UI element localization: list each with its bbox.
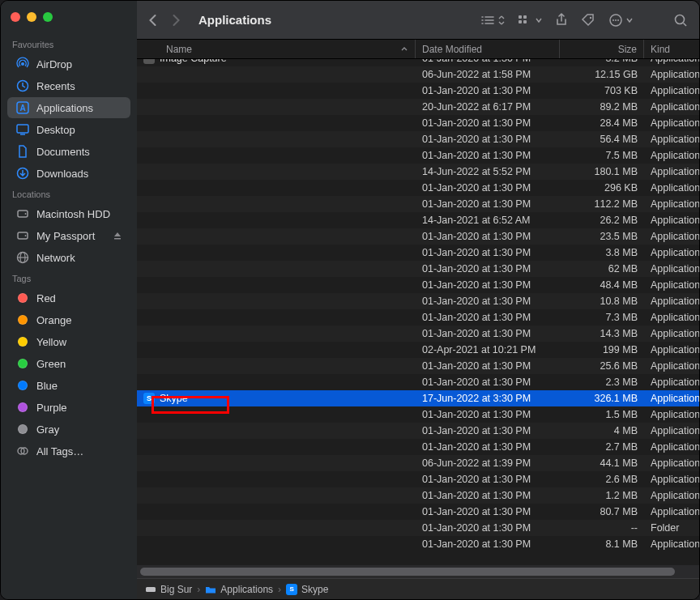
column-header-name[interactable]: Name: [137, 40, 416, 58]
file-row[interactable]: 01-Jan-2020 at 1:30 PM14.3 MBApplication: [137, 326, 699, 342]
sidebar-item-blue[interactable]: Blue: [7, 375, 130, 396]
horizontal-scrollbar[interactable]: [137, 565, 699, 578]
sidebar-item-network[interactable]: Network: [7, 247, 130, 268]
column-header-kind-label: Kind: [651, 44, 670, 55]
sidebar-item-applications[interactable]: AApplications: [7, 97, 130, 118]
file-row[interactable]: 01-Jan-2020 at 1:30 PM10.8 MBApplication: [137, 293, 699, 309]
file-size-cell: 10.8 MB: [560, 293, 644, 309]
file-row[interactable]: 01-Jan-2020 at 1:30 PM7.5 MBApplication: [137, 147, 699, 164]
sidebar-item-all-tags-[interactable]: All Tags…: [7, 440, 130, 462]
file-row[interactable]: 01-Jan-2020 at 1:30 PM62 MBApplication: [137, 261, 699, 277]
sidebar-item-airdrop[interactable]: AirDrop: [7, 53, 130, 74]
file-size-cell: 14.3 MB: [560, 326, 644, 342]
file-name-cell: [137, 293, 416, 309]
file-list[interactable]: Image Capture01-Jan-2020 at 1:30 PM3.2 M…: [137, 59, 699, 565]
file-row[interactable]: 01-Jan-2020 at 1:30 PM2.3 MBApplication: [137, 374, 699, 390]
file-size-cell: 180.1 MB: [560, 164, 644, 180]
file-row[interactable]: 01-Jan-2020 at 1:30 PM7.3 MBApplication: [137, 309, 699, 326]
airdrop-icon: [15, 57, 30, 71]
scrollbar-thumb[interactable]: [140, 568, 675, 576]
column-header-size[interactable]: Size: [560, 40, 644, 58]
view-mode-button[interactable]: [480, 15, 505, 26]
skype-icon: S: [143, 393, 155, 404]
sidebar-item-orange[interactable]: Orange: [7, 309, 130, 330]
path-segment[interactable]: Big Sur: [145, 584, 192, 595]
file-name-cell: [137, 115, 416, 131]
sidebar-item-label: AirDrop: [36, 58, 72, 70]
file-row[interactable]: 01-Jan-2020 at 1:30 PM23.5 MBApplication: [137, 228, 699, 245]
path-separator-icon: ›: [197, 584, 200, 595]
file-kind-cell: Application: [644, 309, 699, 326]
file-kind-cell: Application: [644, 99, 699, 115]
sidebar-item-downloads[interactable]: Downloads: [7, 163, 130, 184]
file-row[interactable]: 01-Jan-2020 at 1:30 PM296 KBApplication: [137, 180, 699, 196]
close-window-button[interactable]: [11, 12, 20, 22]
group-by-button[interactable]: [518, 15, 542, 26]
file-size-cell: 326.1 MB: [560, 390, 644, 406]
file-row[interactable]: 01-Jan-2020 at 1:30 PM4 MBApplication: [137, 423, 699, 439]
file-row[interactable]: 01-Jan-2020 at 1:30 PM2.6 MBApplication: [137, 471, 699, 487]
file-row[interactable]: 01-Jan-2020 at 1:30 PM703 KBApplication: [137, 83, 699, 99]
sidebar-item-yellow[interactable]: Yellow: [7, 331, 130, 352]
sidebar-item-green[interactable]: Green: [7, 353, 130, 374]
file-date-cell: 01-Jan-2020 at 1:30 PM: [416, 536, 560, 552]
sidebar-item-label: Applications: [36, 102, 93, 114]
minimize-window-button[interactable]: [27, 12, 36, 22]
nav-forward-button[interactable]: [172, 14, 181, 27]
file-row[interactable]: 06-Jun-2022 at 1:58 PM12.15 GBApplicatio…: [137, 66, 699, 83]
sidebar-item-purple[interactable]: Purple: [7, 397, 130, 418]
file-size-cell: 7.5 MB: [560, 147, 644, 164]
file-row[interactable]: 01-Jan-2020 at 1:30 PM3.8 MBApplication: [137, 245, 699, 261]
share-button[interactable]: [555, 13, 568, 28]
sidebar-item-label: Desktop: [36, 124, 75, 136]
file-size-cell: 1.5 MB: [560, 406, 644, 423]
file-date-cell: 01-Jan-2020 at 1:30 PM: [416, 374, 560, 390]
nav-back-button[interactable]: [148, 14, 157, 27]
sidebar-item-label: Gray: [36, 423, 59, 436]
file-size-cell: 44.1 MB: [560, 455, 644, 471]
sort-indicator-icon: [400, 45, 408, 53]
sidebar-item-documents[interactable]: Documents: [7, 141, 130, 162]
file-row[interactable]: 01-Jan-2020 at 1:30 PM28.4 MBApplication: [137, 115, 699, 131]
sidebar-item-desktop[interactable]: Desktop: [7, 119, 130, 140]
sidebar-item-red[interactable]: Red: [7, 287, 130, 309]
file-row[interactable]: Image Capture01-Jan-2020 at 1:30 PM3.2 M…: [137, 59, 699, 66]
file-size-cell: 703 KB: [560, 83, 644, 99]
file-row[interactable]: 01-Jan-2020 at 1:30 PM1.2 MBApplication: [137, 487, 699, 504]
file-row[interactable]: 14-Jun-2022 at 5:52 PM180.1 MBApplicatio…: [137, 164, 699, 180]
path-segment-label: Big Sur: [160, 584, 192, 595]
file-row[interactable]: 01-Jan-2020 at 1:30 PM8.1 MBApplication: [137, 536, 699, 552]
file-row[interactable]: SSkype17-Jun-2022 at 3:30 PM326.1 MBAppl…: [137, 390, 699, 406]
file-size-cell: 112.2 MB: [560, 196, 644, 212]
path-segment[interactable]: Applications: [205, 584, 273, 595]
action-menu-button[interactable]: [608, 13, 633, 28]
file-row[interactable]: 20-Jun-2022 at 6:17 PM89.2 MBApplication: [137, 99, 699, 115]
column-header-date[interactable]: Date Modified: [416, 40, 560, 58]
file-row[interactable]: 01-Jan-2020 at 1:30 PM25.6 MBApplication: [137, 358, 699, 374]
file-row[interactable]: 01-Jan-2020 at 1:30 PM112.2 MBApplicatio…: [137, 196, 699, 212]
path-segment[interactable]: SSkype: [286, 584, 328, 595]
eject-icon[interactable]: [113, 231, 122, 240]
file-row[interactable]: 02-Apr-2021 at 10:21 PM199 MBApplication: [137, 342, 699, 358]
file-name-cell: [137, 245, 416, 261]
search-button[interactable]: [673, 13, 688, 28]
sidebar-item-recents[interactable]: Recents: [7, 75, 130, 96]
file-date-cell: 02-Apr-2021 at 10:21 PM: [416, 342, 560, 358]
fullscreen-window-button[interactable]: [43, 12, 53, 22]
file-row[interactable]: 06-Jun-2022 at 1:39 PM44.1 MBApplication: [137, 455, 699, 471]
file-row[interactable]: 01-Jan-2020 at 1:30 PM1.5 MBApplication: [137, 406, 699, 423]
sidebar-item-gray[interactable]: Gray: [7, 419, 130, 440]
file-row[interactable]: 01-Jan-2020 at 1:30 PM80.7 MBApplication: [137, 504, 699, 520]
file-row[interactable]: 14-Jan-2021 at 6:52 AM26.2 MBApplication: [137, 212, 699, 228]
file-name-cell: [137, 277, 416, 293]
file-row[interactable]: 01-Jan-2020 at 1:30 PM2.7 MBApplication: [137, 439, 699, 455]
file-row[interactable]: 01-Jan-2020 at 1:30 PM56.4 MBApplication: [137, 131, 699, 147]
sidebar-item-macintosh-hdd[interactable]: Macintosh HDD: [7, 203, 130, 224]
file-date-cell: 20-Jun-2022 at 6:17 PM: [416, 99, 560, 115]
tags-button[interactable]: [581, 13, 595, 28]
file-row[interactable]: 01-Jan-2020 at 1:30 PM--Folder: [137, 520, 699, 536]
file-kind-cell: Application: [644, 471, 699, 487]
file-row[interactable]: 01-Jan-2020 at 1:30 PM48.4 MBApplication: [137, 277, 699, 293]
sidebar-item-my-passport[interactable]: My Passport: [7, 225, 130, 246]
column-header-kind[interactable]: Kind: [644, 40, 699, 58]
